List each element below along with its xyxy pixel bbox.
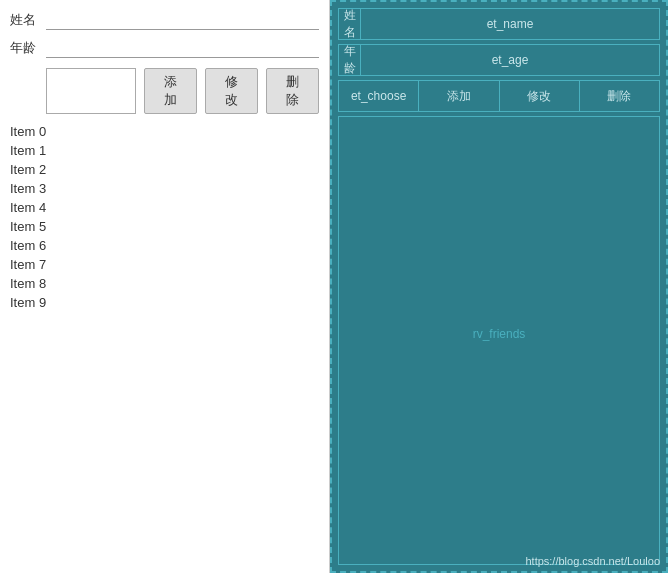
right-age-label: 年龄: [339, 45, 361, 75]
list-item[interactable]: Item 2: [10, 160, 319, 179]
list-item[interactable]: Item 7: [10, 255, 319, 274]
add-button[interactable]: 添加: [144, 68, 197, 114]
right-name-field: et_name: [361, 17, 659, 31]
age-input[interactable]: [46, 38, 319, 58]
right-choose: et_choose: [339, 81, 419, 111]
name-field-row: 姓名 et_name: [338, 8, 660, 40]
age-row: 年龄: [10, 38, 319, 58]
list-item[interactable]: Item 9: [10, 293, 319, 312]
button-row: 添加 修改 删除: [46, 68, 319, 114]
name-label: 姓名: [10, 11, 40, 29]
list-item[interactable]: Item 5: [10, 217, 319, 236]
name-input[interactable]: [46, 10, 319, 30]
bottom-url: https://blog.csdn.net/Louloo: [525, 555, 660, 567]
item-list: Item 0Item 1Item 2Item 3Item 4Item 5Item…: [10, 122, 319, 563]
age-field-row: 年龄 et_age: [338, 44, 660, 76]
delete-button[interactable]: 删除: [266, 68, 319, 114]
list-item[interactable]: Item 4: [10, 198, 319, 217]
rv-friends-label: rv_friends: [473, 327, 526, 341]
search-input[interactable]: [46, 68, 136, 114]
right-buttons-row: et_choose 添加 修改 删除: [338, 80, 660, 112]
list-item[interactable]: Item 6: [10, 236, 319, 255]
age-label: 年龄: [10, 39, 40, 57]
list-item[interactable]: Item 0: [10, 122, 319, 141]
right-edit-button[interactable]: 修改: [500, 81, 580, 111]
right-age-field: et_age: [361, 53, 659, 67]
name-row: 姓名: [10, 10, 319, 30]
list-item[interactable]: Item 3: [10, 179, 319, 198]
right-panel: 姓名 et_name 年龄 et_age et_choose 添加 修改 删除 …: [330, 0, 668, 573]
right-add-button[interactable]: 添加: [419, 81, 499, 111]
list-item[interactable]: Item 1: [10, 141, 319, 160]
right-delete-button[interactable]: 删除: [580, 81, 659, 111]
list-item[interactable]: Item 8: [10, 274, 319, 293]
right-name-label: 姓名: [339, 9, 361, 39]
rv-friends-container: rv_friends: [338, 116, 660, 565]
left-panel: 姓名 年龄 添加 修改 删除 Item 0Item 1Item 2Item 3I…: [0, 0, 330, 573]
edit-button[interactable]: 修改: [205, 68, 258, 114]
